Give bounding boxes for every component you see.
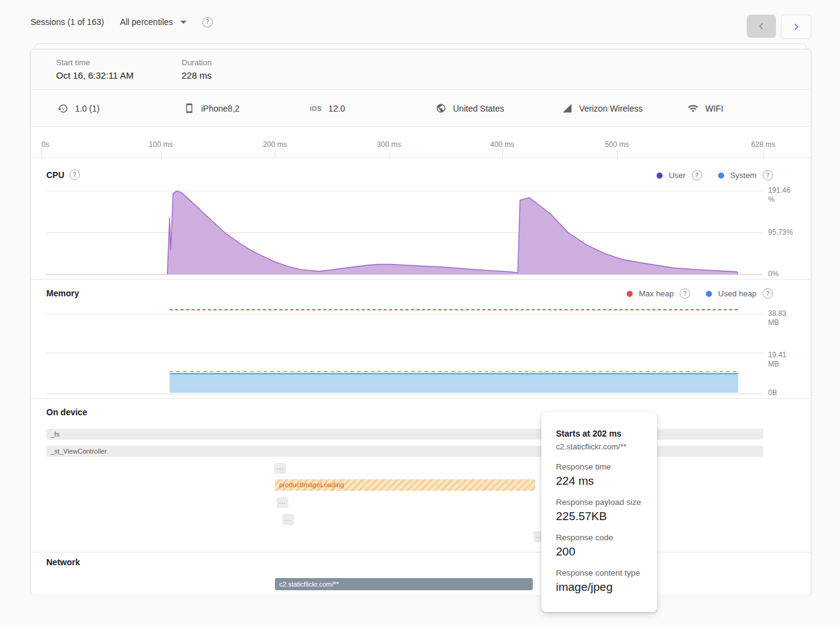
response-content-type-value: image/jpeg: [556, 580, 642, 594]
duration-field: Duration 228 ms: [182, 58, 212, 80]
start-time-value: Oct 16, 6:32:11 AM: [56, 70, 133, 80]
user-legend-dot: [657, 173, 663, 179]
network-title-text: Network: [46, 557, 80, 567]
cell-signal-icon: [562, 103, 572, 113]
memory-legend: Max heap ? Used heap ?: [627, 288, 773, 299]
chevron-down-icon: [180, 21, 187, 24]
system-legend-label: System: [730, 171, 756, 180]
ruler-tick-label: 0s: [41, 140, 49, 149]
ruler-tick-label: 400 ms: [490, 140, 514, 149]
duration-value: 228 ms: [182, 70, 212, 80]
radio-item: WIFI: [688, 90, 724, 127]
ruler-tick-label: 100 ms: [149, 140, 173, 149]
device-model-value: iPhone8,2: [201, 104, 240, 113]
memory-section: Memory Max heap ? Used heap ? 38.83 MB 1…: [31, 280, 811, 399]
wifi-icon: [688, 103, 699, 114]
cpu-section: CPU ? User ? System ? 191.46 % 95.73% 0%: [31, 158, 811, 280]
tooltip-start-time: Starts at 202 ms: [556, 429, 642, 438]
help-icon[interactable]: ?: [763, 170, 773, 180]
network-section-title: Network: [46, 557, 80, 567]
trace-bar-product-image-loading[interactable]: productImageLoading: [275, 479, 535, 491]
ruler-tick: [275, 150, 276, 157]
cpu-ytick-zero: 0%: [768, 270, 797, 279]
app-version-icon: v: [57, 103, 68, 114]
percentile-dropdown-value: All percentiles: [120, 17, 173, 27]
tooltip-url: c2.staticflickr.com/**: [556, 442, 642, 451]
os-version-value: 12.0: [329, 104, 345, 113]
toolbar: Sessions (1 of 163) All percentiles ?: [0, 0, 840, 44]
network-section: Network c2.staticflickr.com/**: [31, 552, 811, 595]
os-version-item: iOS 12.0: [310, 90, 345, 127]
user-legend-label: User: [669, 171, 685, 180]
memory-section-title: Memory: [46, 288, 79, 298]
timeline-ruler: 0s 100 ms 200 ms 300 ms 400 ms 500 ms 62…: [31, 127, 811, 158]
session-card: Start time Oct 16, 6:32:11 AM Duration 2…: [30, 49, 811, 595]
svg-text:v: v: [62, 106, 65, 110]
ruler-tick: [502, 150, 503, 157]
ruler-tick: [763, 150, 764, 157]
start-time-field: Start time Oct 16, 6:32:11 AM: [56, 58, 133, 80]
response-payload-value: 225.57KB: [556, 510, 642, 523]
cpu-ytick-max: 191.46 %: [768, 186, 797, 204]
response-time-value: 224 ms: [556, 474, 642, 488]
network-request-tooltip: Starts at 202 ms c2.staticflickr.com/** …: [541, 412, 657, 612]
used-heap-legend-dot: [706, 291, 712, 297]
ruler-tick: [617, 150, 618, 157]
max-heap-legend-label: Max heap: [639, 289, 674, 298]
ruler-tick-label: 300 ms: [377, 140, 400, 149]
device-model-item: iPhone8,2: [184, 90, 240, 127]
start-time-label: Start time: [56, 58, 133, 67]
chevron-right-icon: [791, 22, 801, 32]
help-icon[interactable]: ?: [69, 170, 80, 180]
app-version-item: v 1.0 (1): [57, 90, 99, 127]
ruler-tick: [41, 150, 42, 157]
memory-ytick-mid: 19.41 MB: [768, 351, 794, 369]
response-code-label: Response code: [556, 533, 642, 542]
trace-overflow-chip[interactable]: ...: [274, 463, 286, 474]
percentile-dropdown[interactable]: All percentiles: [120, 17, 187, 27]
trace-overflow-chip[interactable]: ...: [277, 497, 288, 508]
session-pager: [747, 15, 811, 39]
cpu-title-text: CPU: [46, 170, 65, 180]
response-code-value: 200: [556, 545, 642, 559]
session-summary-header: Start time Oct 16, 6:32:11 AM Duration 2…: [31, 49, 811, 90]
globe-icon: [436, 103, 446, 113]
memory-ytick-zero: 0B: [768, 388, 797, 398]
previous-session-button[interactable]: [747, 15, 776, 38]
used-heap-area: [169, 374, 738, 393]
carrier-item: Verizon Wireless: [562, 90, 642, 127]
help-icon[interactable]: ?: [680, 288, 690, 299]
chevron-left-icon: [756, 21, 766, 31]
help-icon[interactable]: ?: [202, 17, 213, 27]
next-session-button[interactable]: [781, 15, 811, 39]
memory-chart: [46, 304, 763, 396]
country-item: United States: [436, 90, 504, 127]
ruler-tick-label: 200 ms: [263, 140, 287, 149]
ruler-tick: [389, 150, 390, 157]
on-device-section-title: On device: [46, 407, 87, 417]
response-time-label: Response time: [556, 462, 642, 471]
cpu-ytick-mid: 95.73%: [768, 228, 797, 237]
carrier-value: Verizon Wireless: [579, 104, 642, 113]
network-request-bar[interactable]: c2.staticflickr.com/**: [275, 578, 533, 590]
radio-value: WIFI: [705, 104, 724, 113]
ruler-tick-label: 628 ms: [751, 140, 775, 149]
help-icon[interactable]: ?: [692, 170, 702, 180]
on-device-title-text: On device: [46, 407, 87, 417]
device-attributes-row: v 1.0 (1) iPhone8,2 iOS 12.0 United Stat…: [31, 90, 811, 127]
country-value: United States: [453, 104, 504, 113]
firebase-performance-session-page: { "toolbar": { "sessions_label": "Sessio…: [0, 0, 840, 625]
trace-overflow-chip[interactable]: ...: [282, 514, 294, 525]
ruler-tick: [161, 150, 162, 157]
memory-ytick-max: 38.83 MB: [768, 309, 794, 327]
on-device-section: On device _fs _st_ViewController ... pro…: [31, 399, 811, 552]
system-legend-dot: [718, 173, 724, 179]
response-content-type-label: Response content type: [556, 568, 642, 577]
app-version-value: 1.0 (1): [75, 104, 99, 113]
help-icon[interactable]: ?: [763, 288, 773, 299]
response-payload-label: Response payload size: [556, 498, 642, 507]
cpu-section-title: CPU ?: [46, 170, 80, 180]
sessions-count-label: Sessions (1 of 163): [30, 17, 104, 27]
smartphone-icon: [184, 103, 194, 113]
ruler-tick-label: 500 ms: [605, 140, 628, 149]
